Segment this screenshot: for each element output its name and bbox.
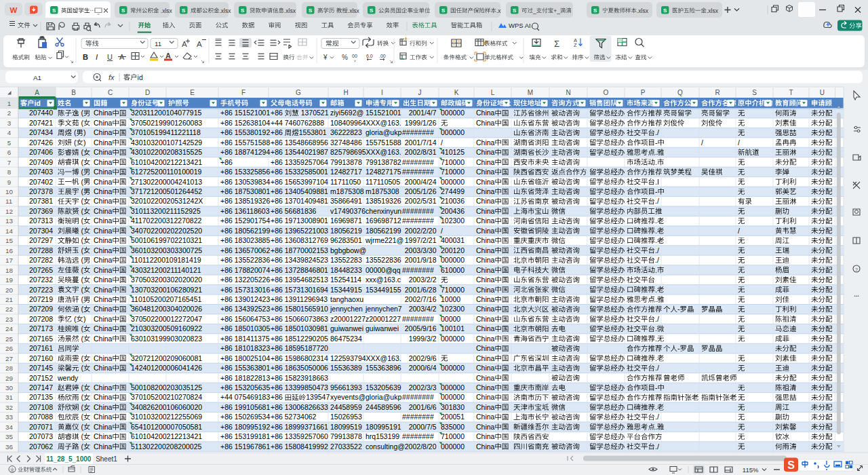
svg-text:13552283: 13552283 — [330, 256, 362, 264]
svg-text:China: China — [476, 374, 495, 382]
svg-text:169698712: 169698712 — [366, 216, 401, 225]
svg-text:/: / — [738, 227, 740, 235]
svg-text:China: China — [94, 286, 113, 294]
svg-text:2001/9/18: 2001/9/18 — [405, 256, 437, 264]
svg-text:35866491: 35866491 — [330, 197, 362, 205]
svg-text:China: China — [94, 354, 113, 362]
svg-text:+44 075469183: +44 075469183 — [220, 393, 270, 401]
svg-text:China: China — [94, 432, 113, 440]
svg-text:China: China — [94, 197, 113, 205]
svg-text:+86 52734062: +86 52734062 — [271, 413, 317, 421]
svg-text:.: . — [655, 335, 657, 343]
svg-text:+86 18512290205: +86 18512290205 — [271, 335, 328, 343]
svg-text:33: 33 — [5, 413, 13, 421]
svg-text:+86 135522836: +86 135522836 — [220, 256, 270, 264]
svg-text:(: ( — [79, 148, 84, 156]
svg-text:China: China — [94, 393, 113, 401]
svg-text:China: China — [94, 364, 113, 372]
svg-text:.: . — [655, 423, 657, 431]
svg-text:16: 16 — [5, 247, 13, 254]
svg-text:xyevents@: xyevents@ — [330, 393, 366, 401]
svg-text:+86 13399850473: +86 13399850473 — [271, 383, 328, 392]
svg-text:79913878: 79913878 — [330, 158, 362, 166]
svg-text:China: China — [94, 324, 113, 332]
svg-text:.: . — [655, 236, 657, 244]
svg-text:China: China — [94, 276, 113, 284]
svg-text:17: 17 — [5, 256, 13, 264]
svg-text:180995191: 180995191 — [366, 423, 401, 431]
svg-text:11: 11 — [5, 197, 12, 205]
svg-text:+86: +86 — [271, 128, 285, 136]
svg-text:S: S — [309, 7, 313, 14]
svg-text:000000: 000000 — [441, 178, 465, 186]
svg-text:430102200208315525: 430102200208315525 — [131, 148, 202, 156]
svg-text:+86 18501030981: +86 18501030981 — [271, 324, 328, 332]
svg-text:(: ( — [79, 295, 84, 303]
svg-text:China: China — [94, 383, 113, 392]
svg-text:China: China — [94, 413, 113, 421]
svg-text:-: - — [655, 138, 658, 147]
svg-text:2000/4/24: 2000/4/24 — [405, 178, 437, 186]
svg-text:360481200304020026: 360481200304020026 — [131, 305, 202, 313]
svg-text:./: ./ — [655, 197, 659, 205]
svg-text:G: G — [296, 89, 301, 96]
svg-text:000000: 000000 — [441, 364, 465, 372]
svg-text:.x: .x — [496, 7, 501, 14]
svg-text:+86 151521001: +86 151521001 — [220, 109, 270, 117]
svg-text:95661393: 95661393 — [330, 383, 362, 392]
svg-text:China: China — [476, 266, 495, 274]
svg-text:########: ######## — [402, 168, 434, 176]
svg-text:310103200212255069: 310103200212255069 — [131, 413, 202, 421]
svg-text:+86 18635050006: +86 18635050006 — [271, 364, 328, 372]
svg-text:guiwanwei: guiwanwei — [366, 324, 399, 332]
svg-text:244589596: 244589596 — [366, 403, 401, 411]
svg-text:fx: fx — [108, 73, 115, 81]
svg-text:155363896: 155363896 — [366, 364, 401, 372]
svg-text:117110505: 117110505 — [366, 178, 400, 186]
svg-text:.: . — [655, 158, 657, 166]
svg-text:v17490376: v17490376 — [330, 207, 366, 215]
svg-text:360103200303300725: 360103200303300725 — [131, 246, 202, 254]
svg-text:China: China — [94, 403, 113, 411]
svg-text:130703200106280921: 130703200106280921 — [131, 286, 202, 294]
svg-text:########: ######## — [402, 315, 434, 323]
svg-text:S: S — [441, 7, 446, 14]
svg-text:(: ( — [79, 266, 84, 274]
svg-text:+86: +86 — [220, 158, 233, 166]
svg-text:153205639: 153205639 — [366, 383, 401, 392]
svg-text:207406: 207406 — [29, 148, 53, 156]
svg-text:D: D — [145, 89, 150, 96]
svg-text:27033522: 27033522 — [330, 442, 362, 451]
svg-text:430103200107142529: 430103200107142529 — [131, 138, 202, 147]
svg-text:+86 181822813: +86 181822813 — [220, 374, 270, 382]
svg-text:(: ( — [79, 236, 84, 244]
svg-text:########: ######## — [402, 216, 434, 225]
svg-text:19: 19 — [5, 276, 13, 284]
svg-text:207288: 207288 — [29, 246, 53, 254]
svg-text:400031: 400031 — [441, 236, 465, 244]
svg-text:.: . — [655, 295, 657, 303]
svg-text:+86 13728846801: +86 13728846801 — [271, 266, 328, 274]
svg-text:34: 34 — [5, 423, 13, 431]
svg-text:00000@qq: 00000@qq — [366, 266, 401, 274]
svg-text:M: M — [528, 89, 533, 96]
svg-text:+86 180562199: +86 180562199 — [220, 227, 270, 235]
svg-text:1: 1 — [7, 100, 11, 107]
svg-text:China: China — [94, 207, 113, 215]
svg-text:China: China — [94, 335, 113, 343]
svg-text:H: H — [343, 89, 348, 96]
svg-text:P: P — [641, 89, 646, 96]
svg-text:10: 10 — [5, 188, 13, 195]
svg-text:(: ( — [79, 286, 84, 294]
svg-text:207088: 207088 — [29, 413, 53, 421]
svg-text:./: ./ — [655, 413, 659, 421]
svg-text:000000: 000000 — [441, 383, 465, 392]
svg-text:710000: 710000 — [441, 432, 465, 440]
svg-text:+86 139012423: +86 139012423 — [220, 295, 270, 303]
svg-text:¥: ¥ — [323, 54, 328, 61]
svg-text:+86 151967861: +86 151967861 — [220, 442, 270, 451]
svg-text:S: S — [787, 459, 795, 471]
svg-text:China: China — [476, 148, 495, 156]
svg-text:China: China — [94, 246, 113, 254]
svg-text:+86 157313016: +86 157313016 — [220, 286, 270, 294]
